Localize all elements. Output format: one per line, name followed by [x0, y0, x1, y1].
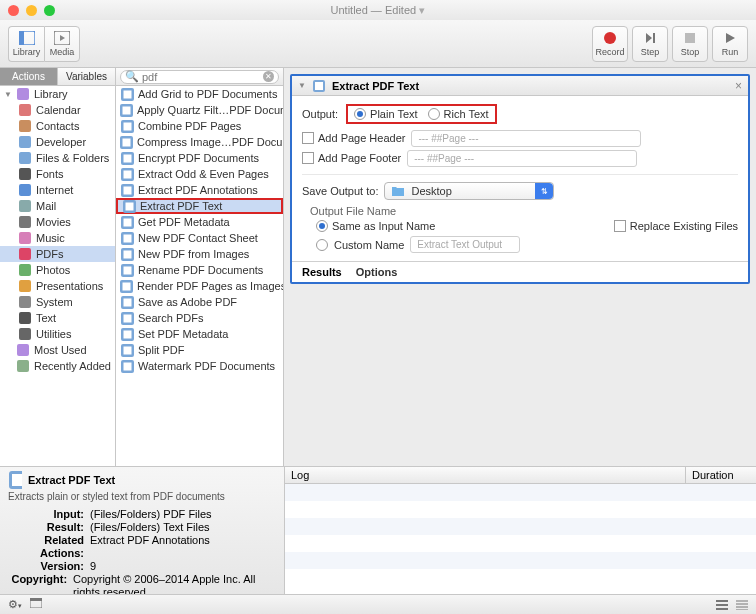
svg-rect-5	[685, 33, 695, 43]
library-button[interactable]: Library	[8, 26, 44, 62]
view-list-icon[interactable]	[716, 600, 728, 610]
media-icon	[54, 30, 70, 46]
svg-rect-17	[19, 264, 31, 276]
library-item[interactable]: Files & Folders	[0, 150, 115, 166]
pdf-action-icon	[120, 343, 134, 357]
tab-variables[interactable]: Variables	[58, 68, 115, 85]
status-bar: ⚙︎▾	[0, 594, 756, 614]
disclosure-icon: ▼	[4, 90, 12, 99]
radio-custom-name[interactable]: Custom Name Extract Text Output	[316, 236, 520, 253]
folder-icon	[391, 185, 405, 197]
custom-name-field[interactable]: Extract Text Output	[410, 236, 520, 253]
pdf-action-icon	[120, 135, 133, 149]
action-item[interactable]: Split PDF	[116, 342, 283, 358]
action-item[interactable]: Save as Adobe PDF	[116, 294, 283, 310]
library-item[interactable]: Photos	[0, 262, 115, 278]
action-item[interactable]: Encrypt PDF Documents	[116, 150, 283, 166]
action-item[interactable]: Rename PDF Documents	[116, 262, 283, 278]
pdf-action-icon	[120, 151, 134, 165]
library-root[interactable]: ▼Library	[0, 86, 115, 102]
library-item[interactable]: Fonts	[0, 166, 115, 182]
run-button[interactable]: Run	[712, 26, 748, 62]
svg-rect-1	[19, 31, 24, 45]
library-item[interactable]: Mail	[0, 198, 115, 214]
action-item[interactable]: Render PDF Pages as Images	[116, 278, 283, 294]
action-item[interactable]: New PDF from Images	[116, 246, 283, 262]
library-item[interactable]: Music	[0, 230, 115, 246]
step-button[interactable]: Step	[632, 26, 668, 62]
check-add-footer[interactable]: Add Page Footer	[302, 152, 401, 164]
workflow-toggle-icon[interactable]	[30, 598, 42, 611]
action-item[interactable]: New PDF Contact Sheet	[116, 230, 283, 246]
action-item[interactable]: Combine PDF Pages	[116, 118, 283, 134]
header-field[interactable]: --- ##Page ---	[411, 130, 641, 147]
check-add-header[interactable]: Add Page Header	[302, 132, 405, 144]
info-description: Extracts plain or styled text from PDF d…	[8, 491, 276, 502]
record-icon	[602, 30, 618, 46]
action-item[interactable]: Watermark PDF Documents	[116, 358, 283, 374]
svg-rect-49	[123, 282, 131, 290]
tab-options[interactable]: Options	[356, 266, 398, 278]
footer-field[interactable]: --- ##Page ---	[407, 150, 637, 167]
library-item[interactable]: Movies	[0, 214, 115, 230]
library-item[interactable]: Text	[0, 310, 115, 326]
library-item[interactable]: Internet	[0, 182, 115, 198]
search-query: pdf	[142, 71, 157, 83]
category-icon	[18, 183, 32, 197]
action-item[interactable]: Apply Quartz Filt…PDF Documents	[116, 102, 283, 118]
svg-rect-55	[123, 330, 131, 338]
output-highlight: Plain Text Rich Text	[346, 104, 497, 124]
action-item[interactable]: Extract PDF Annotations	[116, 182, 283, 198]
library-item[interactable]: Presentations	[0, 278, 115, 294]
close-icon[interactable]: ×	[735, 79, 742, 93]
library-smart-item[interactable]: Most Used	[0, 342, 115, 358]
svg-rect-18	[19, 280, 31, 292]
category-icon	[18, 295, 32, 309]
stop-button[interactable]: Stop	[672, 26, 708, 62]
action-item[interactable]: Compress Image…PDF Documents	[116, 134, 283, 150]
media-button[interactable]: Media	[44, 26, 80, 62]
pdf-action-icon	[120, 327, 134, 341]
tab-results[interactable]: Results	[302, 266, 342, 278]
tab-actions[interactable]: Actions	[0, 68, 58, 85]
record-button[interactable]: Record	[592, 26, 628, 62]
clear-search-icon[interactable]: ✕	[263, 71, 274, 82]
library-item[interactable]: PDFs	[0, 246, 115, 262]
library-item[interactable]: System	[0, 294, 115, 310]
action-item[interactable]: Extract Odd & Even Pages	[116, 166, 283, 182]
output-label: Output:	[302, 108, 338, 120]
action-item[interactable]: Add Grid to PDF Documents	[116, 86, 283, 102]
library-item[interactable]: Contacts	[0, 118, 115, 134]
radio-same-name[interactable]: Same as Input Name	[316, 220, 520, 232]
log-panel: Log Duration	[284, 466, 756, 594]
svg-rect-6	[17, 88, 29, 100]
log-header-log[interactable]: Log	[285, 467, 686, 483]
action-item[interactable]: Set PDF Metadata	[116, 326, 283, 342]
action-item[interactable]: Get PDF Metadata	[116, 214, 283, 230]
library-item[interactable]: Developer	[0, 134, 115, 150]
svg-rect-13	[19, 200, 31, 212]
info-row: Related Actions:Extract PDF Annotations	[8, 534, 276, 560]
gear-icon[interactable]: ⚙︎▾	[8, 598, 22, 611]
category-icon	[18, 119, 32, 133]
svg-rect-57	[123, 346, 131, 354]
view-columns-icon[interactable]	[736, 600, 748, 610]
disclosure-icon[interactable]: ▼	[298, 81, 306, 90]
panel-icon	[19, 30, 35, 46]
check-replace-existing[interactable]: Replace Existing Files	[614, 220, 738, 232]
library-item[interactable]: Calendar	[0, 102, 115, 118]
radio-rich-text[interactable]: Rich Text	[428, 108, 489, 120]
save-destination-combo[interactable]: Desktop ⇅	[384, 182, 554, 200]
search-input[interactable]: 🔍 pdf ✕	[120, 70, 279, 84]
library-smart-item[interactable]: Recently Added	[0, 358, 115, 374]
log-header-duration[interactable]: Duration	[686, 467, 756, 483]
info-row: Result:(Files/Folders) Text Files	[8, 521, 276, 534]
workflow-action[interactable]: ▼ Extract PDF Text × Output: Plain Text …	[290, 74, 750, 284]
info-row: Copyright:Copyright © 2006–2014 Apple In…	[8, 573, 276, 594]
action-item[interactable]: Search PDFs	[116, 310, 283, 326]
pdf-action-icon	[120, 279, 133, 293]
radio-plain-text[interactable]: Plain Text	[354, 108, 418, 120]
svg-rect-27	[123, 106, 131, 114]
library-item[interactable]: Utilities	[0, 326, 115, 342]
action-item[interactable]: Extract PDF Text	[116, 198, 283, 214]
